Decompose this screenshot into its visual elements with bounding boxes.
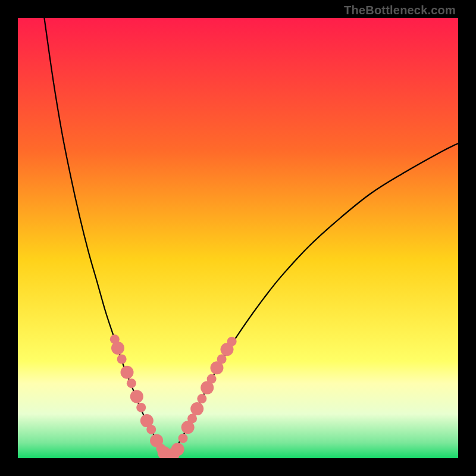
bead — [207, 374, 217, 384]
gradient-background — [18, 18, 458, 458]
bead — [146, 425, 156, 434]
watermark-text: TheBottleneck.com — [344, 4, 456, 17]
bead — [190, 402, 203, 415]
bead — [117, 355, 127, 364]
bead — [171, 443, 184, 456]
plot-area — [18, 18, 458, 458]
bead — [197, 394, 206, 403]
bead — [217, 355, 227, 364]
bead — [130, 390, 143, 403]
bead — [136, 403, 146, 412]
bead — [111, 342, 124, 355]
bead — [178, 434, 188, 443]
chart-frame: TheBottleneck.com — [0, 0, 476, 476]
bead — [127, 378, 136, 388]
bead — [227, 337, 237, 346]
bead — [121, 366, 134, 379]
chart-svg — [18, 18, 458, 458]
